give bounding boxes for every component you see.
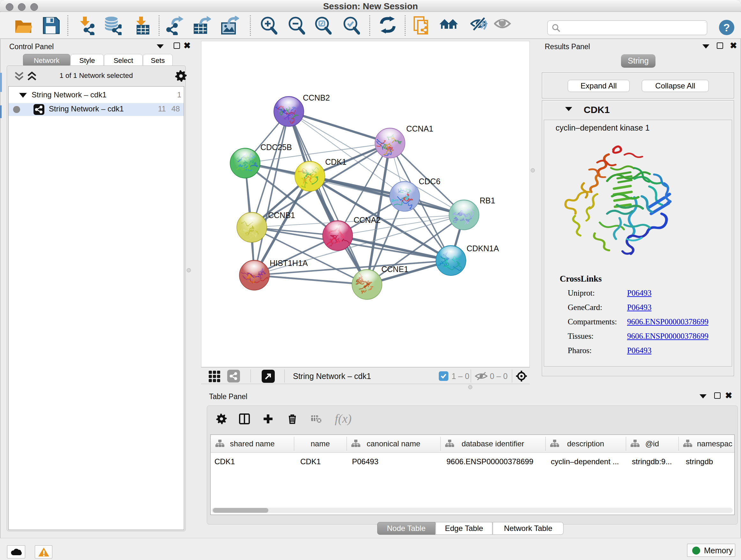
svg-text:CDK1: CDK1 xyxy=(325,158,347,166)
svg-text:CDC6: CDC6 xyxy=(419,177,441,186)
svg-text:CCNB2: CCNB2 xyxy=(303,93,330,102)
svg-text:CCNB1: CCNB1 xyxy=(268,211,295,220)
svg-text:CDKN1A: CDKN1A xyxy=(467,244,499,253)
svg-text:CCNE1: CCNE1 xyxy=(381,265,408,273)
svg-text:CCNA1: CCNA1 xyxy=(406,124,433,133)
svg-text:CDC25B: CDC25B xyxy=(260,143,292,152)
svg-text:CCNA2: CCNA2 xyxy=(354,215,381,225)
svg-text:RB1: RB1 xyxy=(480,196,495,205)
svg-text:HIST1H1A: HIST1H1A xyxy=(270,259,308,267)
